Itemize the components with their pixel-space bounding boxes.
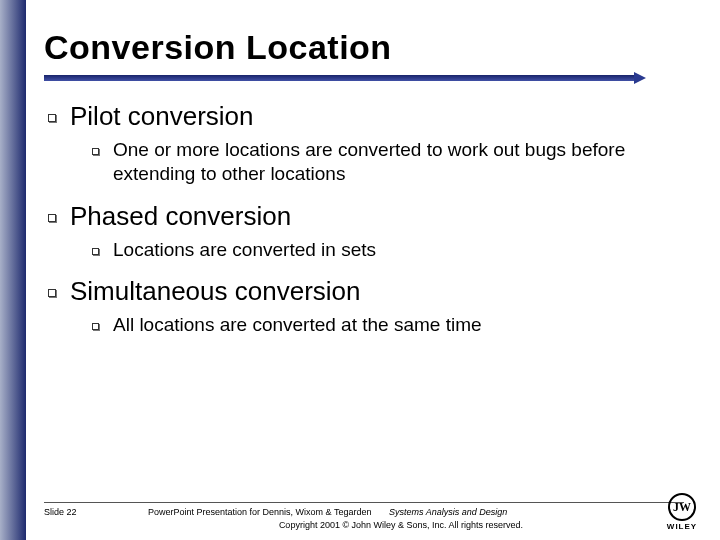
footer-presentation-text: PowerPoint Presentation for Dennis, Wixo… — [148, 507, 371, 517]
square-bullet-icon — [92, 248, 99, 255]
logo-mark-icon: JW — [668, 493, 696, 521]
slide-body: Conversion Location Pilot conversion One… — [26, 0, 720, 540]
bullet-lvl1-text: Simultaneous conversion — [70, 276, 361, 307]
bullet-lvl2: One or more locations are converted to w… — [92, 138, 692, 187]
logo-name: WILEY — [667, 522, 697, 531]
bullet-lvl1: Pilot conversion — [48, 101, 692, 132]
square-bullet-icon — [48, 214, 56, 222]
title-underline — [44, 75, 692, 85]
slide-title: Conversion Location — [44, 28, 692, 67]
content-area: Pilot conversion One or more locations a… — [44, 101, 692, 337]
square-bullet-icon — [92, 148, 99, 155]
bullet-lvl1: Simultaneous conversion — [48, 276, 692, 307]
bullet-lvl1-text: Pilot conversion — [70, 101, 254, 132]
footer-presentation-line: PowerPoint Presentation for Dennis, Wixo… — [148, 507, 694, 517]
footer-divider — [44, 502, 684, 503]
footer-slide-number: Slide 22 — [44, 507, 114, 517]
footer-row: Slide 22 PowerPoint Presentation for Den… — [44, 507, 694, 530]
bullet-lvl2-text: All locations are converted at the same … — [113, 313, 482, 337]
square-bullet-icon — [92, 323, 99, 330]
footer-book-title: Systems Analysis and Design — [389, 507, 507, 517]
bullet-lvl1-text: Phased conversion — [70, 201, 291, 232]
underline-bar — [44, 75, 634, 81]
square-bullet-icon — [48, 114, 56, 122]
bullet-lvl1: Phased conversion — [48, 201, 692, 232]
underline-arrow-icon — [634, 72, 646, 84]
bullet-lvl2-text: One or more locations are converted to w… — [113, 138, 673, 187]
publisher-logo: JW WILEY — [664, 492, 700, 532]
footer-copyright: Copyright 2001 © John Wiley & Sons, Inc.… — [148, 520, 694, 530]
bullet-lvl2-text: Locations are converted in sets — [113, 238, 376, 262]
bullet-lvl2: All locations are converted at the same … — [92, 313, 692, 337]
left-accent-rail — [0, 0, 26, 540]
footer-center: PowerPoint Presentation for Dennis, Wixo… — [148, 507, 694, 530]
bullet-lvl2: Locations are converted in sets — [92, 238, 692, 262]
slide-footer: Slide 22 PowerPoint Presentation for Den… — [26, 502, 720, 530]
square-bullet-icon — [48, 289, 56, 297]
